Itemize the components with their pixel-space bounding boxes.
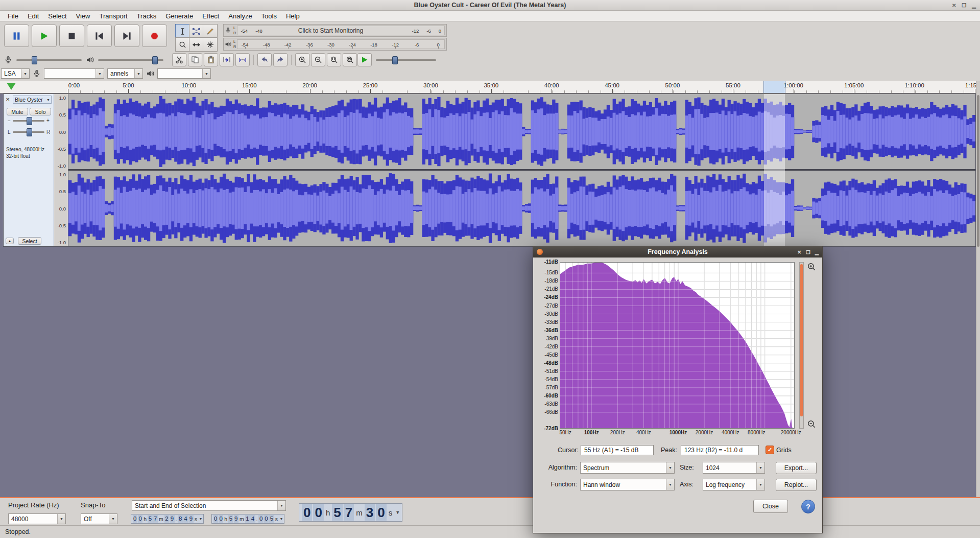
gain-slider-thumb[interactable]: [27, 117, 32, 125]
vertical-scale-ruler[interactable]: 1.00.50.0-0.5-1.01.00.50.0-0.5-1.0: [54, 94, 68, 246]
zoom-sel-button[interactable]: [327, 53, 341, 66]
playback-volume-slider[interactable]: [98, 56, 163, 64]
menu-effect[interactable]: Effect: [198, 11, 224, 21]
time-unit-label[interactable]: .: [256, 516, 258, 522]
chevron-down-icon[interactable]: ▼: [199, 517, 202, 521]
menu-tools[interactable]: Tools: [257, 11, 281, 21]
time-digit[interactable]: 8: [178, 515, 182, 523]
menu-view[interactable]: View: [71, 11, 95, 21]
menu-transport[interactable]: Transport: [94, 11, 132, 21]
time-digit[interactable]: 0: [219, 515, 223, 523]
track-close-icon[interactable]: ✕: [6, 97, 10, 102]
draw-tool-button[interactable]: [203, 24, 218, 38]
selection-tool-button[interactable]: [175, 24, 190, 38]
time-digit[interactable]: 5: [228, 515, 233, 523]
time-digit[interactable]: 9: [188, 515, 193, 523]
pan-slider[interactable]: [13, 128, 44, 136]
time-digit[interactable]: 0: [302, 504, 312, 521]
time-unit-label[interactable]: s: [195, 516, 197, 522]
time-digit[interactable]: 9: [170, 515, 174, 523]
time-unit-label[interactable]: h: [144, 516, 147, 522]
time-digit[interactable]: 7: [153, 515, 158, 523]
skip-start-button[interactable]: [87, 25, 112, 47]
dialog-control-icon[interactable]: ❒: [806, 249, 810, 255]
time-digit[interactable]: 0: [138, 515, 142, 523]
vertical-scrollbar-thumb[interactable]: [977, 95, 979, 247]
menu-tracks[interactable]: Tracks: [132, 11, 161, 21]
undo-button[interactable]: [257, 53, 272, 66]
audio-position-field[interactable]: 00h57m30s▼: [299, 503, 402, 522]
zoom-tool-button[interactable]: [175, 37, 190, 52]
play-speed-slider-thumb[interactable]: [392, 56, 398, 64]
menu-edit[interactable]: Edit: [23, 11, 43, 21]
zoom-in-icon[interactable]: [807, 262, 816, 271]
time-digit[interactable]: 0: [133, 515, 137, 523]
time-digit[interactable]: 2: [164, 515, 169, 523]
timeline-ruler[interactable]: 0:005:0010:0015:0020:0025:0030:0035:0040…: [0, 81, 976, 93]
pause-button[interactable]: [4, 25, 29, 47]
trim-button[interactable]: [220, 53, 234, 66]
time-unit-label[interactable]: .: [176, 516, 177, 522]
chevron-down-icon[interactable]: ▼: [279, 517, 283, 521]
record-button[interactable]: [142, 25, 167, 47]
stop-button[interactable]: [59, 25, 84, 47]
time-digit[interactable]: 0: [313, 504, 323, 521]
project-rate-combo[interactable]: 48000 ▼: [8, 513, 66, 524]
audio-host-combo[interactable]: LSA ▼: [1, 68, 30, 79]
play-at-speed-button[interactable]: [357, 53, 372, 66]
recording-meter[interactable]: LR-54-48-12-60Click to Start Monitoring: [223, 24, 447, 37]
plot-zoom-scrollbar[interactable]: [799, 262, 804, 429]
silence-button[interactable]: [235, 53, 250, 66]
waveform-channel-right[interactable]: [68, 171, 975, 246]
close-button[interactable]: Close: [753, 500, 788, 513]
chevron-down-icon[interactable]: ▼: [395, 510, 400, 515]
solo-button[interactable]: Solo: [30, 108, 51, 115]
gain-slider[interactable]: [13, 116, 44, 125]
waveform-channel-left[interactable]: [68, 94, 975, 169]
waveform-region[interactable]: [68, 94, 975, 246]
time-digit[interactable]: 4: [183, 515, 188, 523]
export-button[interactable]: Export...: [776, 462, 817, 474]
track-name-menu[interactable]: Blue Oyster ▼: [13, 96, 52, 104]
zoom-fit-button[interactable]: [343, 53, 357, 66]
time-digit[interactable]: 9: [234, 515, 238, 523]
zoom-out-button[interactable]: [311, 53, 325, 66]
redo-button[interactable]: [273, 53, 288, 66]
help-button[interactable]: ?: [801, 500, 815, 513]
cut-button[interactable]: [172, 53, 186, 66]
algorithm-combo[interactable]: Spectrum ▼: [580, 462, 675, 474]
recording-volume-slider[interactable]: [16, 56, 82, 64]
copy-button[interactable]: [188, 53, 202, 66]
time-unit-label[interactable]: h: [326, 508, 330, 517]
time-unit-label[interactable]: s: [275, 516, 278, 522]
menu-analyze[interactable]: Analyze: [224, 11, 256, 21]
vertical-scrollbar[interactable]: [976, 81, 980, 497]
play-button[interactable]: [32, 25, 57, 47]
axis-combo[interactable]: Log frequency ▼: [703, 479, 765, 490]
timeline-options-icon[interactable]: [7, 83, 16, 90]
recording-device-combo[interactable]: ▼: [44, 68, 104, 79]
envelope-tool-button[interactable]: [189, 24, 204, 38]
dialog-titlebar[interactable]: Frequency Analysis ✕❒▁: [533, 246, 822, 258]
time-unit-label[interactable]: m: [159, 516, 163, 522]
monitor-text[interactable]: Click to Start Monitoring: [294, 27, 367, 34]
pan-slider-thumb[interactable]: [27, 128, 32, 136]
size-combo[interactable]: 1024 ▼: [703, 462, 765, 474]
time-digit[interactable]: 5: [269, 515, 274, 523]
snap-to-combo[interactable]: Off ▼: [81, 513, 117, 524]
time-digit[interactable]: 5: [148, 515, 152, 523]
grids-checkbox[interactable]: ✓: [766, 446, 774, 454]
zoom-in-button[interactable]: [295, 53, 309, 66]
time-digit[interactable]: 0: [213, 515, 218, 523]
time-digit[interactable]: 0: [264, 515, 269, 523]
play-speed-slider[interactable]: [376, 56, 436, 64]
replot-button[interactable]: Replot...: [776, 479, 817, 491]
playback-device-combo[interactable]: ▼: [157, 68, 211, 79]
zoom-out-icon[interactable]: [807, 419, 816, 429]
function-combo[interactable]: Hann window ▼: [580, 479, 675, 490]
mute-button[interactable]: Mute: [7, 108, 28, 115]
menu-help[interactable]: Help: [281, 11, 304, 21]
multi-tool-button[interactable]: [203, 37, 218, 52]
window-control-icon[interactable]: ✕: [952, 3, 956, 8]
time-unit-label[interactable]: m: [240, 516, 244, 522]
